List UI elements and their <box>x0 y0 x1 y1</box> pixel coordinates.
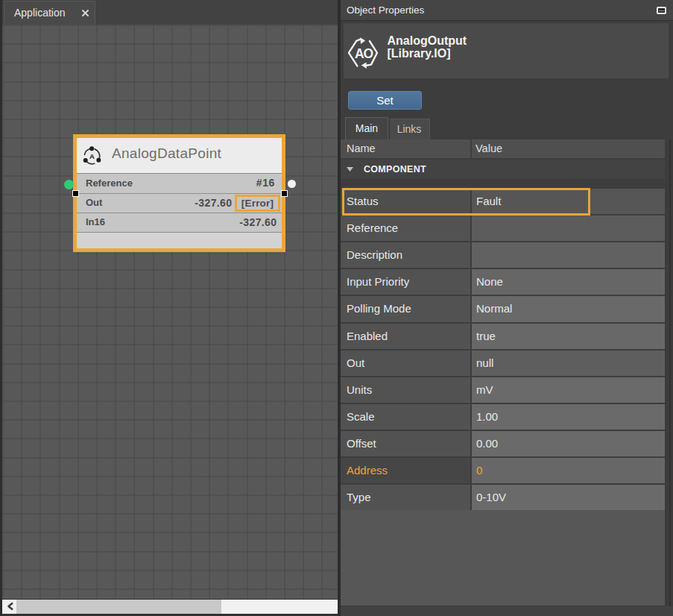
svg-text:A: A <box>89 152 95 160</box>
svg-text:AO: AO <box>355 46 373 61</box>
